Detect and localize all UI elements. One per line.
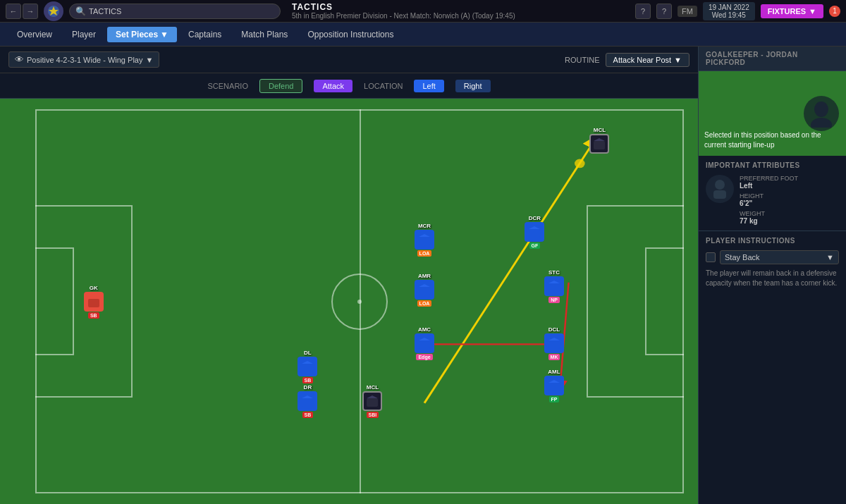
player-instructions-header: PLAYER INSTRUCTIONS <box>706 237 839 245</box>
help-icon[interactable]: ? <box>635 4 651 19</box>
instruction-description: The player will remain back in a defensi… <box>706 269 839 288</box>
svg-rect-10 <box>302 364 313 372</box>
attributes-section: IMPORTANT ATTRIBUTES PREFERRED FOOT Left <box>699 156 846 231</box>
player-amc[interactable]: AMC Edge <box>415 326 434 360</box>
pitch: GK SB DL SB DR <box>35 109 684 493</box>
player-instructions-section: PLAYER INSTRUCTIONS Stay Back ▼ The play… <box>699 231 846 504</box>
defend-button[interactable]: Defend <box>259 79 302 93</box>
tactic-bar: 👁 Positive 4-2-3-1 Wide - Wing Play ▼ RO… <box>0 47 698 73</box>
left-goal-box <box>35 247 74 355</box>
svg-marker-31 <box>594 138 605 141</box>
svg-marker-29 <box>548 380 560 383</box>
player-dl[interactable]: DL SB <box>298 350 317 383</box>
right-panel: GOALKEEPER - JORDAN PICKFORD Selected in… <box>698 47 846 504</box>
player-gk[interactable]: GK SB <box>84 285 104 319</box>
back-button[interactable]: ← <box>6 4 21 19</box>
page-subtitle: 5th in English Premier Division - Next M… <box>292 12 515 20</box>
top-bar: ← → 🔍 TACTICS TACTICS 5th in English Pre… <box>0 0 846 23</box>
tab-player[interactable]: Player <box>63 27 104 42</box>
player-amr[interactable]: AMR LOA <box>415 273 434 307</box>
player-stc[interactable]: STC NP <box>544 269 564 303</box>
svg-point-34 <box>715 180 725 190</box>
svg-marker-17 <box>419 234 430 237</box>
instruction-checkbox[interactable] <box>706 252 716 262</box>
svg-marker-23 <box>529 226 540 229</box>
svg-marker-27 <box>548 338 560 340</box>
svg-marker-11 <box>302 361 313 364</box>
fixtures-button[interactable]: FIXTURES ▼ <box>761 4 823 18</box>
attr-weight: WEIGHT 77 kg <box>740 210 839 225</box>
svg-rect-35 <box>713 190 726 199</box>
top-bar-right: ? ? FM 19 JAN 2022 Wed 19:45 FIXTURES ▼ … <box>635 2 840 20</box>
tactic-dropdown-icon: ▼ <box>145 56 153 64</box>
svg-marker-15 <box>367 395 378 398</box>
svg-rect-20 <box>419 340 430 349</box>
svg-rect-16 <box>419 237 430 245</box>
svg-point-32 <box>814 102 828 117</box>
svg-marker-25 <box>548 281 560 283</box>
tab-opposition-instructions[interactable]: Opposition Instructions <box>299 27 402 42</box>
tactics-panel: 👁 Positive 4-2-3-1 Wide - Wing Play ▼ RO… <box>0 47 698 504</box>
svg-rect-12 <box>302 398 313 407</box>
pitch-container: GK SB DL SB DR <box>0 99 698 504</box>
right-button[interactable]: Right <box>455 80 491 92</box>
attributes-header: IMPORTANT ATTRIBUTES <box>706 161 839 169</box>
date-text: 19 JAN 2022 <box>709 4 749 11</box>
instruction-item: Stay Back ▼ <box>706 250 839 264</box>
svg-rect-26 <box>548 340 560 349</box>
gk-section-header: GOALKEEPER - JORDAN PICKFORD <box>699 47 846 71</box>
svg-point-33 <box>811 118 832 128</box>
fixtures-label: FIXTURES <box>768 7 806 16</box>
svg-marker-13 <box>302 395 313 398</box>
main-content: 👁 Positive 4-2-3-1 Wide - Wing Play ▼ RO… <box>0 47 846 504</box>
attr-preferred-foot: PREFERRED FOOT Left <box>740 175 839 190</box>
location-label: LOCATION <box>364 82 403 90</box>
gk-avatar <box>804 96 839 131</box>
tactic-name: Positive 4-2-3-1 Wide - Wing Play <box>27 56 142 64</box>
player-mcr[interactable]: MCR LOA <box>415 223 434 257</box>
scenario-bar: SCENARIO Defend Attack LOCATION Left Rig… <box>0 73 698 99</box>
player-mcl-bottom[interactable]: MCL SBI <box>362 384 382 418</box>
search-text: TACTICS <box>89 7 121 16</box>
tab-set-pieces[interactable]: Set Pieces ▼ <box>107 27 177 42</box>
date-block: 19 JAN 2022 Wed 19:45 <box>703 2 755 20</box>
attack-button[interactable]: Attack <box>314 80 352 92</box>
page-title: TACTICS <box>292 2 515 12</box>
eye-icon: 👁 <box>15 54 24 65</box>
svg-marker-21 <box>419 338 430 340</box>
nav-arrows: ← → <box>6 4 38 19</box>
settings-icon[interactable]: ? <box>656 4 672 19</box>
notification-badge[interactable]: 1 <box>829 6 840 17</box>
svg-rect-28 <box>548 383 560 391</box>
center-dot <box>357 300 362 304</box>
tab-overview[interactable]: Overview <box>8 27 61 42</box>
gk-image-area: Selected in this position based on the c… <box>699 71 846 156</box>
forward-button[interactable]: → <box>23 4 38 19</box>
player-mcl-top[interactable]: MCL <box>589 127 609 154</box>
routine-dropdown-icon: ▼ <box>674 56 682 64</box>
scenario-label: SCENARIO <box>208 82 248 90</box>
tab-captains[interactable]: Captains <box>180 27 230 42</box>
player-dcl[interactable]: DCL MK <box>544 326 564 360</box>
svg-rect-24 <box>548 283 560 292</box>
left-button[interactable]: Left <box>414 80 443 92</box>
player-dr[interactable]: DR SB <box>298 384 317 418</box>
tab-match-plans[interactable]: Match Plans <box>233 27 296 42</box>
gk-info-text: Selected in this position based on the c… <box>704 130 840 150</box>
player-aml[interactable]: AML FP <box>544 369 564 402</box>
svg-rect-14 <box>367 398 378 407</box>
routine-value: Attack Near Post <box>613 56 672 64</box>
svg-rect-30 <box>594 141 605 149</box>
svg-rect-22 <box>529 229 540 238</box>
fm-badge: FM <box>678 6 697 17</box>
instruction-select[interactable]: Stay Back ▼ <box>720 250 839 264</box>
routine-select[interactable]: Attack Near Post ▼ <box>606 53 689 67</box>
tactic-select[interactable]: 👁 Positive 4-2-3-1 Wide - Wing Play ▼ <box>8 51 159 68</box>
player-dcr[interactable]: DCR GF <box>525 215 544 249</box>
svg-rect-8 <box>88 299 99 307</box>
attr-height: HEIGHT 6'2" <box>740 192 839 207</box>
time-text: Wed 19:45 <box>709 11 749 19</box>
instruction-dropdown: ▼ <box>826 253 834 262</box>
player-silhouette <box>706 175 734 203</box>
search-bar[interactable]: 🔍 TACTICS <box>69 4 281 19</box>
